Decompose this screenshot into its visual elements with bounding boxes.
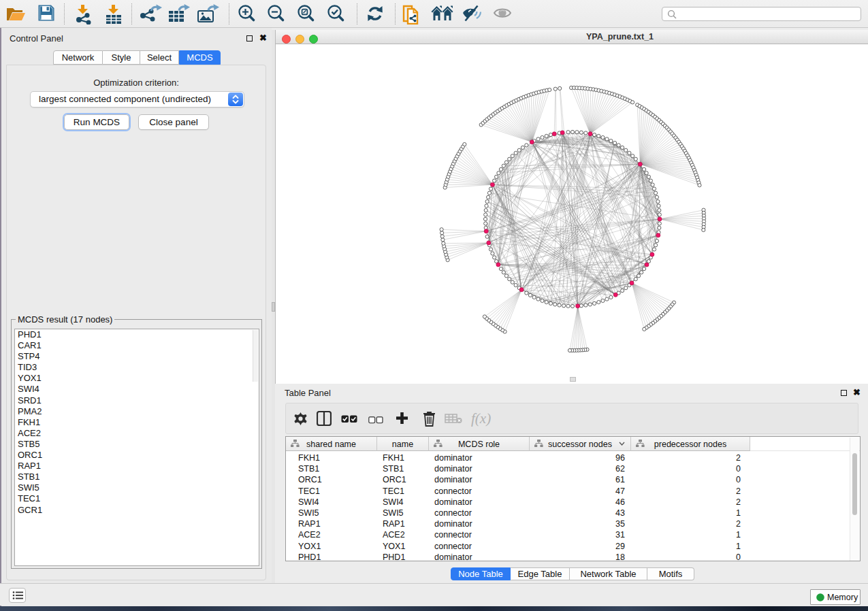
- svg-text:f(x): f(x): [471, 410, 491, 427]
